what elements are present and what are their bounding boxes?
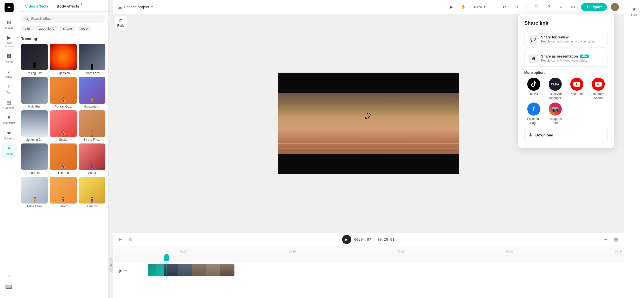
effect-thumb-halo	[21, 77, 48, 104]
sidebar-item-photos[interactable]: 🖼 Photos	[2, 51, 17, 65]
effects-panel: Video effects Body effects 🔍 blur zoom l…	[18, 0, 109, 298]
sidebar-item-effects[interactable]: ✦ Effects	[2, 143, 17, 158]
filter-shake[interactable]: shake	[60, 26, 75, 31]
track-row-effects	[113, 254, 624, 262]
sidebar-item-stickers[interactable]: ★ Stickers	[2, 128, 17, 142]
sidebar-item-text[interactable]: T Text	[2, 81, 17, 96]
new-dot-indicator	[81, 3, 82, 5]
star-icon: ★	[632, 6, 636, 12]
play-button[interactable]: ▶	[342, 235, 351, 244]
share-for-review-option[interactable]: 💬 Share for review People can add commen…	[524, 31, 608, 47]
sidebar-item-collapse[interactable]: ⌄	[2, 270, 17, 280]
effect-halo-blur[interactable]: Halo Blur	[21, 77, 48, 108]
toolbar-divider-1	[494, 4, 494, 10]
video-clip-2[interactable]	[164, 264, 234, 276]
sidebar-item-transcript[interactable]: ≡ Transcript	[2, 113, 17, 127]
app-logo[interactable]: ✦	[5, 3, 14, 12]
trim-start-btn[interactable]: ⊣	[602, 235, 610, 243]
filter-retro[interactable]: retro	[77, 26, 91, 31]
effect-zoom-lens[interactable]: 🧍 Zoom Lens	[79, 44, 105, 75]
new-badge: NEW	[580, 55, 589, 58]
sidebar-item-media[interactable]: ⊞ Media	[2, 17, 17, 31]
split-btn[interactable]: ⊢	[117, 235, 125, 243]
effect-astral[interactable]: 🧍‍♀️ Astral	[79, 143, 105, 175]
effects-icon: ✦	[7, 145, 11, 151]
sidebar-item-stock[interactable]: ▶ Stock videos	[2, 32, 17, 50]
effect-thumb-edge: 🧍	[21, 177, 48, 203]
effect-thumb-end: 🧍‍♀️	[50, 143, 76, 170]
effect-thumb-energy: 🧍‍♀️	[79, 177, 105, 203]
collapse-icon: ⌄	[7, 272, 11, 278]
effect-thumb-shake: 🧍‍♀️	[50, 110, 76, 137]
presentation-arrow-icon: ›	[602, 56, 603, 61]
effect-leak[interactable]: 🧍‍♀️ Leak 1	[50, 177, 76, 208]
effect-shake[interactable]: 🧍‍♀️ Shake	[50, 110, 76, 141]
social-tiktok[interactable]: TikTok	[524, 78, 543, 100]
zoom-control[interactable]: 100% ▼	[471, 4, 488, 10]
delete-btn[interactable]: 🗑	[127, 235, 135, 243]
filter-blur[interactable]: blur	[21, 26, 34, 31]
share-as-presentation-option[interactable]: 🖥 Share as presentation NEW People can o…	[524, 50, 608, 67]
instagram-icon: 📷	[549, 103, 562, 116]
tab-video-effects[interactable]: Video effects	[21, 0, 53, 11]
share-panel-title: Share link	[524, 20, 608, 26]
redo-btn[interactable]: ↪	[512, 3, 520, 11]
stock-icon: ▶	[7, 34, 11, 40]
panel-collapse-handle[interactable]: ◀	[109, 257, 113, 272]
subtitle-btn[interactable]: ▤	[612, 235, 620, 243]
search-box[interactable]: 🔍	[21, 15, 105, 23]
effect-horizontal[interactable]: 🧍 Horizontal ...	[79, 77, 105, 108]
transcript-icon: ≡	[8, 115, 11, 120]
effect-by-the-fire[interactable]: 🧍 By the Fire...	[79, 110, 105, 141]
effect-fade-in[interactable]: Fade In	[21, 143, 48, 175]
social-youtube[interactable]: YouTube	[567, 78, 586, 100]
photos-icon: 🖼	[7, 53, 12, 59]
export-button[interactable]: ⬆ Export	[581, 3, 607, 11]
help-btn[interactable]: ?	[545, 3, 553, 11]
audio-icon: ♪	[8, 68, 10, 74]
timeline-toolbar: ⊢ 🗑 ▶ 00:04:07 | 00:20:01 ⊣ ▤	[113, 233, 624, 246]
ratio-icon: ⊡	[119, 18, 123, 23]
social-facebook[interactable]: f Facebook Page	[524, 103, 543, 125]
volume-icon[interactable]: 🔊	[118, 269, 123, 273]
edit-icon[interactable]: ✏	[125, 269, 128, 273]
filter-zoom-lens[interactable]: zoom lens	[36, 26, 58, 31]
svg-text:TikTok: TikTok	[551, 83, 560, 86]
download-button[interactable]: ⬇ Download	[524, 128, 608, 142]
tab-body-effects[interactable]: Body effects	[53, 0, 83, 11]
project-name[interactable]: ☁ Untitled project ▼	[118, 4, 153, 10]
effect-portrait[interactable]: 🧍‍♀️ Portrait Op...	[50, 77, 76, 108]
video-clip-1[interactable]	[148, 264, 164, 276]
shield-icon-btn[interactable]: 🛡	[533, 3, 541, 11]
effect-edge-glow[interactable]: 🧍 Edge Glow	[21, 177, 48, 208]
search-input[interactable]	[31, 17, 102, 21]
social-tiktok-ads[interactable]: TikTok TikTok Ads Manager	[546, 78, 565, 100]
sidebar-item-captions[interactable]: ▤ Captions	[2, 97, 17, 112]
social-instagram[interactable]: 📷 Instagram Reels	[546, 103, 565, 125]
playhead-track	[167, 262, 167, 279]
effect-the-end[interactable]: 🧍‍♀️ The End	[50, 143, 76, 175]
effect-energy[interactable]: 🧍‍♀️ Energy	[79, 177, 105, 208]
basic-panel-item[interactable]: ★ Basic	[627, 4, 642, 18]
cloud-icon: ☁	[118, 4, 122, 10]
track-content-video	[133, 262, 624, 279]
pointer-tool-btn[interactable]: ▶	[447, 3, 455, 11]
track-controls-video: 🔊 ✏	[113, 269, 133, 273]
social-youtube-shorts[interactable]: YouTube Shorts	[589, 78, 608, 100]
track-row-video: 🔊 ✏	[113, 262, 624, 279]
effect-rolling-film[interactable]: 🧍 Rolling Film	[21, 44, 48, 75]
undo-btn[interactable]: ↩	[500, 3, 508, 11]
top-bar: ☁ Untitled project ▼ ▶ ✋ 100% ▼ ↩ ↪ 🛡 ? …	[113, 0, 624, 14]
sidebar-item-keyboard[interactable]: ⌨	[2, 282, 17, 292]
more-options-btn[interactable]: •••	[569, 3, 577, 11]
effect-lightning[interactable]: Lightning C...	[21, 110, 48, 141]
hand-tool-btn[interactable]: ✋	[459, 3, 467, 11]
youtube-shorts-icon	[592, 78, 605, 91]
review-arrow-icon: ›	[602, 37, 603, 41]
effect-explosion[interactable]: Explosion	[50, 44, 76, 75]
user-avatar[interactable]	[611, 3, 619, 11]
download-icon: ⬇	[529, 132, 532, 138]
menu-btn[interactable]: ≡	[557, 3, 565, 11]
sidebar-item-audio[interactable]: ♪ Audio	[2, 66, 17, 80]
ratio-button[interactable]: ⊡ Ratio	[115, 16, 127, 29]
